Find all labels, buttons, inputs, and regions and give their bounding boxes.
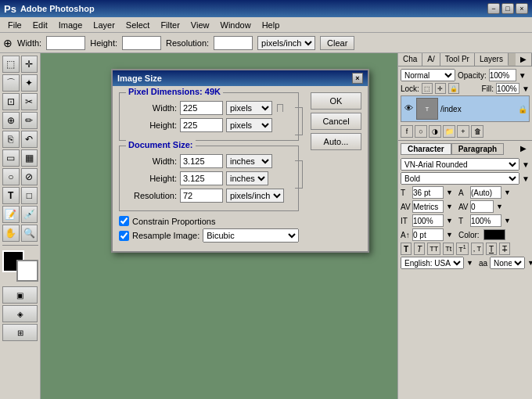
- resolution-unit-select[interactable]: pixels/inch: [257, 36, 315, 50]
- layer-style-btn[interactable]: f: [401, 125, 413, 138]
- lock-icon-position[interactable]: ✛: [435, 83, 446, 94]
- doc-width-input[interactable]: [180, 154, 223, 168]
- gradient-tool[interactable]: ▦: [21, 149, 38, 167]
- close-button[interactable]: ×: [516, 3, 528, 14]
- lasso-tool[interactable]: ⌒: [2, 74, 20, 92]
- width-input[interactable]: [46, 36, 85, 50]
- resample-select[interactable]: Bicubic Bicubic Sharper Bicubic Smoother…: [203, 228, 299, 243]
- wand-tool[interactable]: ✦: [21, 74, 38, 92]
- font-size-input[interactable]: [412, 186, 444, 199]
- opacity-input[interactable]: [489, 69, 516, 81]
- leading-input[interactable]: [470, 186, 501, 199]
- antialiasing-select[interactable]: None: [490, 257, 525, 269]
- bold-btn[interactable]: T: [401, 243, 412, 255]
- hand-tool[interactable]: ✋: [2, 225, 20, 242]
- auto-button[interactable]: Auto...: [311, 133, 361, 150]
- smallcaps-btn[interactable]: Tt: [443, 243, 454, 255]
- kerning-arrow[interactable]: ▼: [446, 203, 453, 210]
- doc-height-unit[interactable]: inches cm: [226, 171, 268, 185]
- menu-file[interactable]: File: [3, 20, 27, 31]
- vscale-input[interactable]: [412, 214, 444, 227]
- baseline-input[interactable]: [412, 228, 444, 241]
- hscale-arrow[interactable]: ▼: [504, 217, 511, 225]
- dialog-title-bar[interactable]: Image Size ×: [113, 70, 368, 86]
- quick-mask-btn[interactable]: ◈: [2, 305, 38, 322]
- font-family-select[interactable]: VN-Arial Rounded: [401, 158, 519, 171]
- tab-paragraph[interactable]: Paragraph: [451, 143, 504, 155]
- dodge-tool[interactable]: ○: [2, 168, 20, 185]
- tracking-arrow[interactable]: ▼: [496, 203, 503, 210]
- slice-tool[interactable]: ✂: [21, 93, 38, 110]
- fill-arrow[interactable]: ▼: [522, 84, 530, 93]
- eyedropper-tool[interactable]: 💉: [21, 206, 38, 223]
- heal-tool[interactable]: ⊕: [2, 112, 20, 129]
- fill-input[interactable]: [496, 83, 519, 94]
- aa-arrow[interactable]: ▼: [527, 259, 532, 267]
- tab-character[interactable]: Character: [401, 143, 451, 155]
- resolution-input[interactable]: [214, 36, 253, 50]
- blend-mode-select[interactable]: Normal: [401, 69, 455, 81]
- pixel-height-input[interactable]: [180, 118, 223, 132]
- sub-btn[interactable]: , T: [471, 243, 483, 255]
- lock-icon-all[interactable]: 🔒: [448, 83, 459, 94]
- pen-tool[interactable]: ⊘: [21, 168, 38, 185]
- panel-menu-btn[interactable]: ▶: [516, 53, 532, 66]
- height-input[interactable]: [122, 36, 161, 50]
- hscale-input[interactable]: [470, 214, 501, 227]
- menu-view[interactable]: View: [186, 20, 214, 31]
- new-layer-btn[interactable]: +: [457, 125, 469, 138]
- notes-tool[interactable]: 📝: [2, 206, 20, 223]
- vscale-arrow[interactable]: ▼: [446, 217, 453, 225]
- cancel-button[interactable]: Cancel: [311, 113, 361, 130]
- stamp-tool[interactable]: ⎘: [2, 131, 20, 148]
- lock-icon-transparent[interactable]: ⬚: [422, 83, 433, 94]
- baseline-arrow[interactable]: ▼: [446, 231, 453, 239]
- pixel-width-unit[interactable]: pixels percent: [226, 101, 272, 115]
- type-tool[interactable]: T: [2, 187, 20, 204]
- tracking-input[interactable]: [470, 200, 494, 213]
- italic-btn[interactable]: T: [414, 243, 425, 255]
- menu-filter[interactable]: Filter: [156, 20, 184, 31]
- menu-layer[interactable]: Layer: [88, 20, 120, 31]
- char-panel-menu-btn[interactable]: ▶: [517, 143, 530, 155]
- resolution-unit[interactable]: pixels/inch pixels/cm: [226, 189, 284, 203]
- super-btn[interactable]: T1: [456, 243, 468, 255]
- underline-btn[interactable]: T: [486, 243, 497, 255]
- layer-adjustment-btn[interactable]: ◑: [429, 125, 441, 138]
- menu-image[interactable]: Image: [54, 20, 88, 31]
- opacity-arrow[interactable]: ▼: [519, 71, 527, 80]
- resolution-input[interactable]: [180, 189, 223, 203]
- minimize-button[interactable]: −: [487, 3, 500, 14]
- pixel-height-unit[interactable]: pixels percent: [226, 118, 272, 132]
- tab-toolpresets[interactable]: Tool Pr: [440, 53, 475, 66]
- font-style-arrow[interactable]: ▼: [522, 174, 530, 183]
- tab-channels[interactable]: Cha: [398, 53, 422, 66]
- doc-height-input[interactable]: [180, 171, 223, 185]
- allcaps-btn[interactable]: TT: [427, 243, 440, 255]
- go-to-bridge-btn[interactable]: ⊞: [2, 324, 38, 341]
- background-color[interactable]: [16, 260, 38, 282]
- layer-visibility-icon[interactable]: 👁: [403, 103, 414, 114]
- shape-tool[interactable]: □: [21, 187, 38, 204]
- menu-window[interactable]: Window: [216, 20, 256, 31]
- size-arrow[interactable]: ▼: [446, 189, 453, 196]
- crop-tool[interactable]: ⊡: [2, 93, 20, 110]
- brush-tool[interactable]: ✏: [21, 112, 38, 129]
- tab-actions[interactable]: A/: [422, 53, 440, 66]
- menu-select[interactable]: Select: [121, 20, 155, 31]
- menu-help[interactable]: Help: [257, 20, 285, 31]
- screen-mode-btn[interactable]: ▣: [2, 286, 38, 304]
- ok-button[interactable]: OK: [311, 92, 361, 110]
- marquee-tool[interactable]: ⬚: [2, 56, 20, 73]
- zoom-tool[interactable]: 🔍: [21, 225, 38, 242]
- tab-layers[interactable]: Layers: [475, 53, 509, 66]
- history-tool[interactable]: ↶: [21, 131, 38, 148]
- delete-layer-btn[interactable]: 🗑: [471, 125, 483, 138]
- strikethrough-btn[interactable]: T: [499, 243, 510, 255]
- resample-checkbox[interactable]: [119, 231, 129, 241]
- maximize-button[interactable]: □: [501, 3, 514, 14]
- layer-item[interactable]: 👁 T /index 🔒: [401, 95, 530, 122]
- kerning-input[interactable]: [412, 200, 444, 213]
- doc-width-unit[interactable]: inches cm mm points picas percent: [226, 154, 272, 168]
- eraser-tool[interactable]: ▭: [2, 149, 20, 167]
